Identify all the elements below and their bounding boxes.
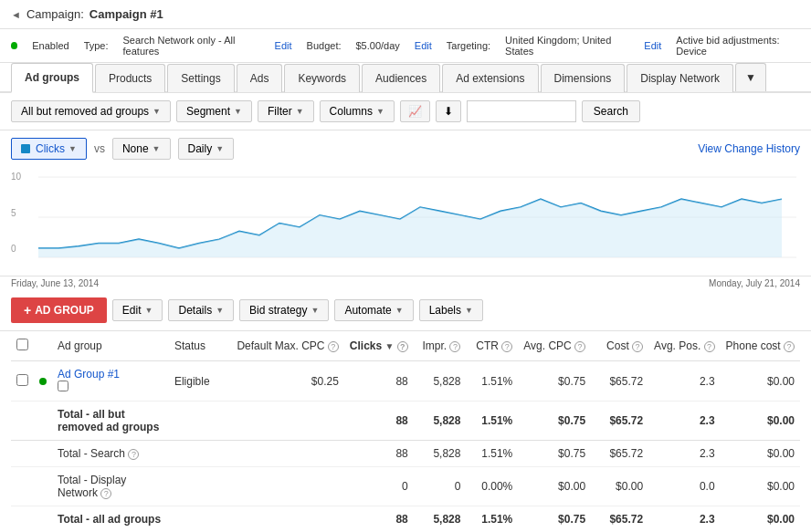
total4-avgcpc: $0.75 [518,506,591,533]
chart-icon-btn[interactable]: 📈 [400,100,430,122]
segment-label: Segment [186,105,230,118]
total1-dot-cell [34,402,52,441]
compare-label: None [122,142,149,155]
clicks-help-icon: ? [397,341,408,352]
budget-edit-link[interactable]: Edit [415,40,432,51]
row-cost-cell: $65.72 [591,361,648,402]
total2-clicks: 88 [344,441,414,467]
th-avg-pos: Avg. Pos. ? [648,331,720,361]
targeting-edit-link[interactable]: Edit [644,40,661,51]
total2-avgcpc: $0.75 [518,441,591,467]
table-container: Ad group Status Default Max. CPC ? Click… [0,331,811,532]
th-status: Status [169,331,232,361]
total-all-label: Total - all ad groups [58,513,161,526]
main-toolbar: All but removed ad groups ▼ Segment ▼ Fi… [0,93,811,130]
row-checkbox[interactable] [16,374,28,386]
total-search-row: Total - Search ? 88 5,828 1.51% $0.75 $6… [11,441,800,467]
targeting-value: United Kingdom; United States [505,35,629,57]
tab-keywords[interactable]: Keywords [284,64,360,92]
filter-btn-dropdown[interactable]: Filter ▼ [258,100,314,122]
compare-dropdown[interactable]: None ▼ [112,138,171,160]
bid-strategy-arrow-icon: ▼ [311,306,319,315]
edit-label: Edit [122,304,142,317]
filter-btn-arrow-icon: ▼ [296,107,304,116]
chart-date-start: Friday, June 13, 2014 [11,278,99,288]
chart-svg [11,167,800,267]
table-row: Ad Group #1 Eligible $0.25 88 5,828 1.51… [11,361,800,402]
tab-products[interactable]: Products [95,64,165,92]
type-label: Type: [84,40,109,51]
period-arrow-icon: ▼ [216,144,224,153]
tab-display-network[interactable]: Display Network [627,64,733,92]
cost-help-icon: ? [632,341,643,352]
download-icon-btn[interactable]: ⬇ [436,100,461,122]
total3-phonecost: $0.00 [721,467,800,506]
total-all-but-removed-row: Total - all but removed ad groups 88 5,8… [11,402,800,441]
select-all-checkbox[interactable] [16,339,28,350]
total4-avgpos: 2.3 [648,506,720,533]
add-ad-group-button[interactable]: + AD GROUP [11,297,107,323]
status-bar: Enabled Type: Search Network only - All … [0,29,811,63]
metric-dropdown[interactable]: Clicks ▼ [11,138,87,160]
filter-arrow-icon: ▼ [153,107,161,116]
total1-avgpos: 2.3 [648,402,720,441]
chart-dates: Friday, June 13, 2014 Monday, July 21, 2… [0,276,811,290]
total1-ctr: 1.51% [466,402,518,441]
row-phonecost-cell: $0.00 [721,361,800,402]
metric-color-icon [21,144,30,153]
total-display-help-icon: ? [100,488,111,499]
total2-ctr: 1.51% [466,441,518,467]
period-dropdown[interactable]: Daily ▼ [178,138,235,160]
total3-impr: 0 [414,467,467,506]
segment-dropdown[interactable]: Segment ▼ [176,100,252,122]
tab-ads[interactable]: Ads [237,64,283,92]
tab-dimensions[interactable]: Dimensions [541,64,626,92]
ad-group-name-link[interactable]: Ad Group #1 [58,368,120,381]
filter-dropdown[interactable]: All but removed ad groups ▼ [11,100,171,122]
campaign-label: Campaign: [26,7,84,21]
total4-cost: $65.72 [591,506,648,533]
chart-area: 10 5 0 [0,167,811,276]
view-change-history-link[interactable]: View Change History [698,142,800,155]
plus-icon: + [24,303,31,318]
row-sub-checkbox[interactable] [58,381,68,391]
total4-ctr: 1.51% [466,506,518,533]
tabs-bar: Ad groups Products Settings Ads Keywords… [0,63,811,93]
tab-more-button[interactable]: ▼ [735,63,766,91]
total1-label-cell: Total - all but removed ad groups [52,402,169,441]
th-cost: Cost ? [591,331,648,361]
segment-arrow-icon: ▼ [234,107,242,116]
total1-phonecost: $0.00 [721,402,800,441]
tab-audiences[interactable]: Audiences [362,64,440,92]
tab-ad-extensions[interactable]: Ad extensions [442,64,538,92]
details-arrow-icon: ▼ [216,306,224,315]
ad-groups-table: Ad group Status Default Max. CPC ? Click… [11,331,800,532]
total3-clicks: 0 [344,467,414,506]
total3-cost: $0.00 [591,467,648,506]
bid-strategy-dropdown[interactable]: Bid strategy ▼ [239,299,329,321]
th-check [11,331,34,361]
labels-dropdown[interactable]: Labels ▼ [419,299,483,321]
row-avgcpc-cell: $0.75 [518,361,591,402]
total1-label: Total - all but removed ad groups [58,408,159,433]
search-button[interactable]: Search [582,100,640,122]
campaign-header: ◄ Campaign: Campaign #1 [0,0,811,29]
tab-settings[interactable]: Settings [167,64,234,92]
details-dropdown[interactable]: Details ▼ [168,299,234,321]
budget-label: Budget: [307,40,342,51]
y-label-10: 10 [11,172,21,182]
automate-dropdown[interactable]: Automate ▼ [334,299,413,321]
type-edit-link[interactable]: Edit [275,40,292,51]
search-input[interactable] [467,100,576,122]
total-search-label: Total - Search [58,447,125,460]
total3-ctr: 0.00% [466,467,518,506]
chart-toolbar: Clicks ▼ vs None ▼ Daily ▼ View Change H… [0,130,811,167]
edit-dropdown[interactable]: Edit ▼ [112,299,163,321]
total-display-label: Total - Display Network [58,474,126,499]
type-value: Search Network only - All features [123,35,260,57]
active-bid: Active bid adjustments: Device [676,35,800,57]
columns-dropdown[interactable]: Columns ▼ [320,100,395,122]
tab-ad-groups[interactable]: Ad groups [11,63,93,93]
bid-strategy-label: Bid strategy [249,304,307,317]
budget-value: $5.00/day [356,40,400,51]
